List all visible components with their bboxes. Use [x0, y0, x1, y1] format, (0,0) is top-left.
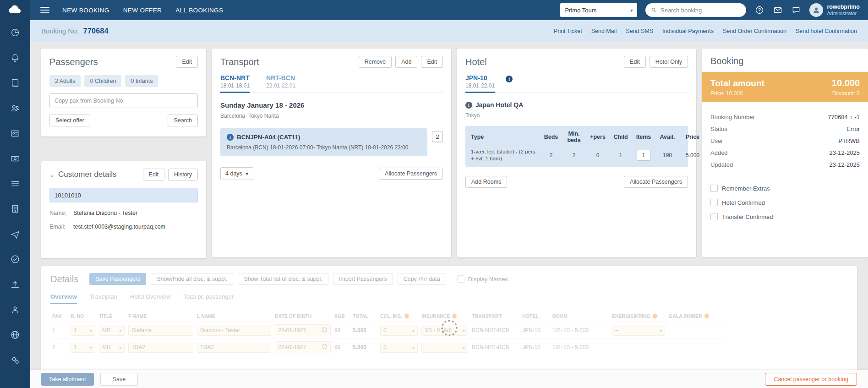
copy-pax-input[interactable]: [49, 93, 198, 108]
notifications-bell-icon[interactable]: [10, 53, 20, 63]
transport-edit-button[interactable]: Edit: [421, 56, 443, 68]
save-button[interactable]: Save: [100, 373, 138, 386]
take-allotment-button[interactable]: Take allotment: [41, 373, 94, 386]
id-card-icon[interactable]: [10, 128, 20, 138]
app-logo[interactable]: [0, 0, 30, 20]
hotel-building-icon[interactable]: [10, 204, 20, 214]
hotel-name-info-icon[interactable]: i: [465, 102, 472, 109]
payments-cash-icon[interactable]: [10, 153, 20, 164]
rno-select[interactable]: 1▾: [71, 342, 95, 353]
chat-icon[interactable]: [791, 5, 801, 15]
ccl-ins-select[interactable]: 0▾: [380, 325, 418, 336]
days-select[interactable]: 4 days ▾: [220, 167, 253, 180]
copy-pnr-button[interactable]: Copy Pnr data: [398, 273, 446, 285]
lname-input[interactable]: TBA2: [197, 342, 271, 353]
nav-new-booking[interactable]: NEW BOOKING: [62, 7, 109, 14]
transport-tab-return[interactable]: NRT-BCN 22.01-22.01: [266, 74, 295, 93]
show-total-disc-button[interactable]: Show Total list of disc. & suppl.: [238, 273, 328, 285]
fname-input[interactable]: Stefania: [128, 325, 193, 336]
fname-input[interactable]: TBA2: [128, 342, 193, 353]
rno-select[interactable]: 1▾: [71, 325, 95, 336]
help-icon[interactable]: [754, 5, 764, 15]
search-input[interactable]: [661, 7, 741, 14]
hotel-confirmed-checkbox[interactable]: Hotel Confirmed: [710, 199, 860, 206]
room-price: 5.000: [681, 152, 704, 158]
customer-history-button[interactable]: History: [168, 169, 198, 180]
tab-total-pr-passenger[interactable]: Total pr. passenger: [183, 293, 234, 304]
dashboard-chart-icon[interactable]: [10, 27, 20, 38]
add-rooms-button[interactable]: Add Rooms: [465, 176, 507, 188]
sidebar: [0, 0, 30, 388]
hotel-tab[interactable]: JPN-10 18.01-22.01: [465, 74, 495, 93]
pax-search-button[interactable]: Search: [168, 115, 198, 126]
individual-payments-link[interactable]: Individual Payments: [662, 28, 714, 34]
title-select[interactable]: MR▾: [99, 325, 125, 336]
age-value: 99: [333, 339, 351, 356]
flight-segment[interactable]: i BCNJPN-A04 (CAT11) Barcelona (BCN) 18-…: [220, 128, 427, 156]
tab-overview[interactable]: Overview: [50, 293, 77, 304]
dob-input[interactable]: 22-01-1927: [275, 341, 331, 353]
print-ticket-link[interactable]: Print Ticket: [554, 28, 582, 34]
ccl-ins-select[interactable]: 0▾: [380, 342, 418, 353]
flights-plane-icon[interactable]: [10, 229, 20, 239]
hotel-tab-info-icon[interactable]: i: [506, 76, 513, 82]
send-order-confirmation-link[interactable]: Send Order Confirmation: [723, 28, 786, 34]
nav-new-offer[interactable]: NEW OFFER: [123, 7, 162, 14]
tab-hotel-overview[interactable]: Hotel Overview: [130, 293, 170, 304]
list-menu-icon[interactable]: [10, 179, 20, 189]
catalog-book-icon[interactable]: [10, 78, 20, 88]
currency-icon: [704, 313, 710, 319]
guests-group-icon[interactable]: [10, 103, 20, 113]
adults-chip[interactable]: 2 Adults: [49, 75, 81, 87]
infants-chip[interactable]: 0 Infants: [125, 75, 158, 87]
globe-web-icon[interactable]: [10, 330, 20, 340]
display-names-checkbox[interactable]: Display Names: [457, 275, 508, 283]
transfer-confirmed-checkbox[interactable]: Transfer Confirmed: [710, 213, 860, 220]
show-hide-disc-button[interactable]: Show/Hide all disc. & suppl.: [151, 273, 233, 285]
passengers-edit-button[interactable]: Edit: [176, 56, 198, 68]
cancel-passenger-booking-button[interactable]: Cancel passenger or booking: [765, 373, 857, 386]
insurance-select[interactable]: ▾: [421, 342, 468, 353]
tab-travelplan[interactable]: Travelplan: [90, 293, 117, 304]
dob-input[interactable]: 22-01-1927: [275, 324, 331, 336]
settings-gears-icon[interactable]: [10, 355, 20, 365]
room-type: 1-vær. lejl. (studio) - (2 pers. + evt. …: [471, 148, 539, 162]
send-sms-link[interactable]: Send SMS: [626, 28, 653, 34]
send-hotel-confirmation-link[interactable]: Send hotel Confirmation: [796, 28, 857, 34]
remember-extras-checkbox[interactable]: Remember Extras: [710, 185, 860, 192]
select-offer-button[interactable]: Select offer: [49, 115, 90, 126]
import-passengers-button[interactable]: Import Passengers: [333, 273, 393, 285]
hotel-city: Tokyo: [465, 112, 688, 119]
upload-icon[interactable]: [10, 279, 20, 290]
hamburger-menu-icon[interactable]: [40, 7, 49, 13]
col-gala-dinner: GALA DINNER: [667, 310, 724, 322]
children-chip[interactable]: 0 Children: [84, 75, 121, 87]
user-menu[interactable]: rowebprimo Administrator: [809, 3, 860, 17]
lname-input[interactable]: Diaconu - Tester: [197, 325, 271, 336]
customer-edit-button[interactable]: Edit: [143, 169, 165, 180]
nav-all-bookings[interactable]: ALL BOOKINGS: [175, 7, 223, 14]
collapse-chevron-icon[interactable]: ⌄: [49, 171, 55, 178]
customer-id-input[interactable]: [49, 188, 198, 202]
transport-allocate-passengers-button[interactable]: Allocate Passengers: [379, 168, 443, 180]
hotel-edit-button[interactable]: Edit: [624, 56, 646, 68]
hotel-only-button[interactable]: Hotel Only: [650, 56, 688, 68]
title-select[interactable]: MR▾: [99, 342, 125, 353]
transport-add-button[interactable]: Add: [395, 56, 417, 68]
transport-tab-outbound[interactable]: BCN-NRT 18.01-18.01: [220, 74, 250, 93]
currency-icon: [452, 313, 457, 319]
hotel-allocate-passengers-button[interactable]: Allocate Passengers: [624, 176, 688, 188]
transport-remove-button[interactable]: Remove: [359, 56, 392, 68]
agency-select[interactable]: Primo Tours ▾: [560, 3, 637, 17]
confirmations-check-icon[interactable]: [10, 254, 20, 264]
send-mail-link[interactable]: Send Mail: [591, 28, 617, 34]
flight-info-icon[interactable]: i: [227, 134, 234, 141]
staff-users-icon[interactable]: [10, 305, 20, 315]
save-passengers-button[interactable]: Save Passengers: [89, 273, 146, 285]
room-items-input[interactable]: [637, 150, 650, 161]
mail-icon[interactable]: [773, 5, 783, 15]
energisikring-select[interactable]: --▾: [612, 325, 665, 336]
calendar-icon: [322, 344, 328, 351]
price-text: Price: 10.000: [710, 90, 743, 97]
room-beds: 2: [541, 152, 561, 158]
